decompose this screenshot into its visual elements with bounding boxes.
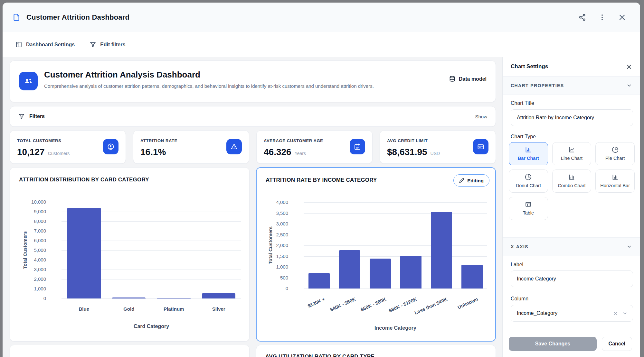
y-tick-label: 3,500 — [276, 210, 288, 216]
kpi-value: $8,631.95 — [387, 147, 427, 157]
y-tick-label: 2,000 — [276, 243, 288, 248]
x-axis-section-header[interactable]: X-AXIS — [503, 237, 640, 256]
app-window: Customer Attrition Dashboard Dashboard S… — [3, 3, 640, 357]
kpi-value: 16.1% — [140, 147, 166, 157]
line-chart-icon — [568, 146, 575, 153]
chart-settings-panel: Chart Settings CHART PROPERTIES Chart Ti… — [502, 57, 640, 357]
bar-Platinum — [157, 298, 191, 298]
more-menu-icon[interactable] — [598, 14, 606, 21]
y-tick-label: 2,000 — [34, 276, 46, 282]
kpi-value: 10,127 — [17, 147, 45, 157]
chart-type-grid: Bar Chart Line Chart Pie Chart Donut Cha… — [509, 142, 635, 220]
chart-title: ATTRITION RATE BY INCOME CATEGORY — [266, 177, 377, 183]
plot-area — [62, 202, 241, 298]
chevron-down-icon[interactable] — [622, 311, 628, 316]
x-tick-label: Silver — [212, 306, 225, 312]
chart-type-table[interactable]: Table — [509, 197, 548, 220]
dashboard-header-card: Customer Attrition Analysis Dashboard Co… — [10, 60, 496, 102]
chart-title-input[interactable] — [511, 109, 633, 126]
bar-Less than $40K — [431, 212, 452, 288]
chart-settings-header: Chart Settings — [503, 57, 640, 76]
y-tick-label: 500 — [280, 275, 288, 280]
gridline — [304, 224, 487, 224]
kpi-value: 46.326 — [264, 147, 291, 157]
bar-chart: Total Customers 01,0002,0003,0004,0005,0… — [10, 202, 250, 337]
share-icon[interactable] — [578, 14, 586, 21]
pencil-icon — [459, 178, 464, 183]
x-axis-ticks: BlueGoldPlatinumSilver — [62, 306, 241, 316]
filters-show-toggle[interactable]: Show — [475, 114, 487, 119]
chart-type-bar[interactable]: Bar Chart — [509, 142, 548, 165]
kpi-card-avg-credit-limit: AVG CREDIT LIMIT $8,631.95USD — [380, 130, 496, 164]
clear-selection-icon[interactable] — [613, 311, 618, 316]
partial-card-utilization: AVG UTILIZATION RATIO BY CARD TYPE — [256, 345, 496, 357]
x-tick-label: $120K + — [307, 296, 326, 309]
x-tick-label: Unknown — [457, 296, 479, 310]
chart-type-combo[interactable]: Combo Chart — [552, 169, 592, 193]
chart-type-label: Chart Type — [511, 134, 536, 140]
chevron-down-icon — [626, 83, 632, 88]
chart-title: ATTRITION DISTRIBUTION BY CARD CATEGORY — [19, 177, 149, 183]
y-tick-label: 9,000 — [34, 209, 46, 214]
x-axis-column-select[interactable]: Income_Category — [511, 305, 633, 322]
chart-type-pie[interactable]: Pie Chart — [595, 142, 635, 165]
bar-$40K - $60K — [339, 250, 360, 288]
save-changes-button[interactable]: Save Changes — [509, 337, 597, 351]
gridline — [304, 202, 487, 203]
bar-Gold — [112, 298, 146, 298]
gridline — [304, 288, 487, 289]
y-tick-label: 1,500 — [276, 253, 288, 259]
cancel-button[interactable]: Cancel — [602, 337, 632, 351]
panel-layout-icon — [15, 41, 22, 48]
table-icon — [525, 201, 532, 208]
y-tick-label: 10,000 — [31, 199, 46, 205]
credit-card-icon — [473, 139, 488, 154]
filter-icon — [18, 113, 25, 120]
y-tick-label: 2,500 — [276, 232, 288, 237]
x-tick-label: Less than $40K — [413, 296, 448, 316]
y-tick-label: 3,000 — [34, 267, 46, 272]
pie-chart-icon — [612, 146, 619, 153]
bar-Blue — [67, 208, 101, 298]
panel-footer: Save Changes Cancel — [503, 330, 640, 357]
close-panel-icon[interactable] — [626, 64, 632, 70]
bar-$60K - $80K — [370, 259, 391, 288]
page-subtitle: Comprehensive analysis of customer attri… — [44, 83, 374, 89]
chart-type-horizontal-bar[interactable]: Horizontal Bar — [595, 169, 635, 193]
combo-chart-icon — [568, 174, 575, 180]
dashboard-settings-button[interactable]: Dashboard Settings — [15, 41, 75, 48]
kpi-card-average-age: AVERAGE CUSTOMER AGE 46.326Years — [256, 130, 373, 164]
chevron-down-icon — [626, 244, 632, 250]
y-tick-label: 4,000 — [34, 257, 46, 262]
editing-badge[interactable]: Editing — [453, 174, 489, 187]
horizontal-bar-icon — [612, 174, 619, 180]
y-tick-label: 1,000 — [34, 286, 46, 291]
kpi-card-total-customers: TOTAL CUSTOMERS 10,127Customers — [10, 130, 126, 164]
edit-filters-button[interactable]: Edit filters — [90, 41, 125, 48]
x-tick-label: $40K - $60K — [329, 296, 356, 312]
data-model-button[interactable]: Data model — [449, 76, 487, 82]
window-titlebar: Customer Attrition Dashboard — [3, 3, 640, 32]
calendar-icon — [350, 139, 365, 154]
bar-$80K - $120K — [400, 256, 421, 288]
filters-bar: Filters Show — [10, 106, 496, 127]
gridline — [62, 298, 241, 299]
chart-type-line[interactable]: Line Chart — [552, 142, 592, 165]
chart-properties-section-header[interactable]: CHART PROPERTIES — [503, 76, 640, 95]
database-icon — [449, 76, 456, 82]
y-axis-ticks: 05001,0001,5002,0002,5003,0003,5004,000 — [257, 202, 296, 288]
y-tick-label: 0 — [286, 286, 288, 291]
chart-title: AVG UTILIZATION RATIO BY CARD TYPE — [265, 353, 374, 357]
x-axis-label-input[interactable] — [511, 270, 633, 287]
screen: Customer Attrition Dashboard Dashboard S… — [0, 0, 644, 357]
partial-card-left — [10, 345, 250, 357]
users-icon — [19, 72, 38, 90]
filter-icon — [90, 41, 96, 48]
close-window-icon[interactable] — [618, 14, 626, 21]
y-axis-ticks: 01,0002,0003,0004,0005,0006,0007,0008,00… — [10, 202, 54, 298]
kpi-unit: USD — [431, 151, 440, 156]
chart-title-label: Chart Title — [511, 100, 534, 106]
plot-area — [304, 202, 487, 288]
x-axis-label-label: Label — [511, 262, 523, 268]
chart-type-donut[interactable]: Donut Chart — [509, 169, 548, 193]
